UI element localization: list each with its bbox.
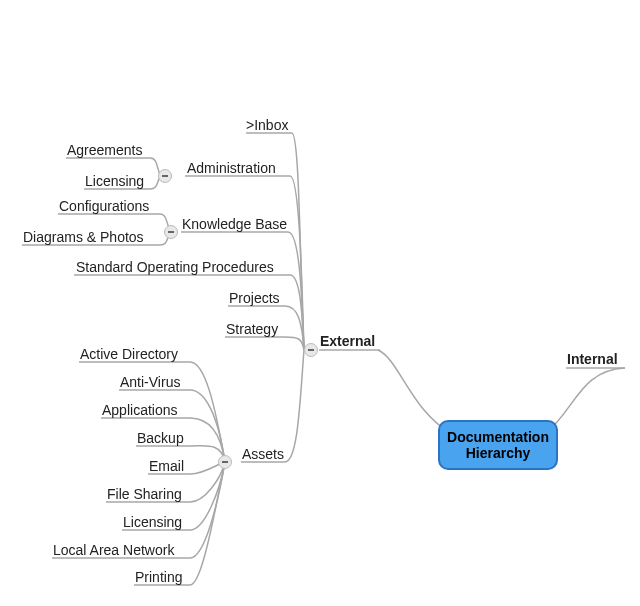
node-agreements[interactable]: Agreements xyxy=(67,143,142,157)
node-anti-virus[interactable]: Anti-Virus xyxy=(120,375,180,389)
node-diagrams-photos[interactable]: Diagrams & Photos xyxy=(23,230,144,244)
root-line2: Hierarchy xyxy=(447,445,549,461)
toggle-external[interactable] xyxy=(304,343,318,357)
node-external[interactable]: External xyxy=(320,334,375,348)
node-email[interactable]: Email xyxy=(149,459,184,473)
node-assets[interactable]: Assets xyxy=(242,447,284,461)
node-administration[interactable]: Administration xyxy=(187,161,276,175)
node-licensing-assets[interactable]: Licensing xyxy=(123,515,182,529)
toggle-administration[interactable] xyxy=(158,169,172,183)
node-inbox[interactable]: >Inbox xyxy=(246,118,288,132)
node-strategy[interactable]: Strategy xyxy=(226,322,278,336)
node-knowledge-base[interactable]: Knowledge Base xyxy=(182,217,287,231)
toggle-knowledge-base[interactable] xyxy=(164,225,178,239)
node-configurations[interactable]: Configurations xyxy=(59,199,149,213)
root-line1: Documentation xyxy=(447,429,549,445)
node-lan[interactable]: Local Area Network xyxy=(53,543,174,557)
mindmap-connectors xyxy=(0,0,640,606)
node-internal[interactable]: Internal xyxy=(567,352,618,366)
node-applications[interactable]: Applications xyxy=(102,403,178,417)
node-printing[interactable]: Printing xyxy=(135,570,182,584)
node-licensing-admin[interactable]: Licensing xyxy=(85,174,144,188)
node-active-directory[interactable]: Active Directory xyxy=(80,347,178,361)
node-sop[interactable]: Standard Operating Procedures xyxy=(76,260,274,274)
node-backup[interactable]: Backup xyxy=(137,431,184,445)
toggle-assets[interactable] xyxy=(218,455,232,469)
node-projects[interactable]: Projects xyxy=(229,291,280,305)
node-file-sharing[interactable]: File Sharing xyxy=(107,487,182,501)
root-node[interactable]: Documentation Hierarchy xyxy=(438,420,558,470)
